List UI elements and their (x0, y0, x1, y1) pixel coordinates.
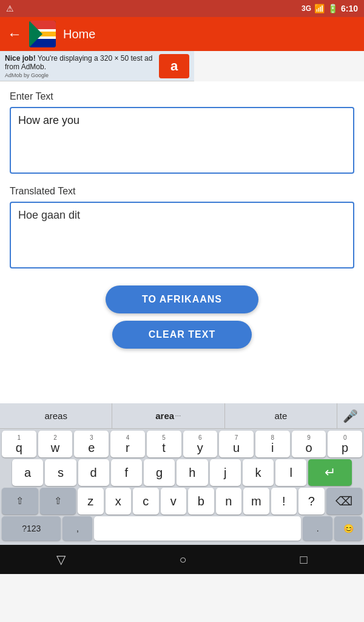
key-exclaim[interactable]: ! (271, 488, 297, 514)
key-row-1: 1 q 2 w 3 e 4 r 5 t 6 y 7 u 8 i (0, 429, 364, 457)
num-sym-key[interactable]: ?123 (2, 516, 61, 541)
keyboard-bottom-row: ?123 , . 😊 (0, 514, 364, 542)
alert-icon: ⚠ (6, 4, 14, 13)
signal-text: 3G (302, 4, 311, 13)
key-y[interactable]: 6 y (183, 431, 218, 457)
keyboard: areas area ··· ate 🎤 1 q 2 w 3 e 4 r 5 t (0, 403, 364, 545)
key-c[interactable]: c (133, 488, 159, 514)
clear-text-button[interactable]: CLEAR TEXT (112, 321, 252, 349)
enter-key[interactable]: ↵ (308, 459, 352, 486)
app-bar: ← Home (0, 17, 364, 51)
status-bar-left: ⚠ (6, 4, 298, 13)
key-i[interactable]: 8 i (255, 431, 290, 457)
suggestion-ate[interactable]: ate (225, 403, 337, 428)
app-title: Home (63, 27, 95, 41)
time-display: 6:10 (341, 4, 358, 13)
comma-label: , (76, 524, 79, 533)
key-o[interactable]: 9 o (292, 431, 326, 457)
shift-key-right[interactable]: ⇧ (40, 488, 76, 514)
enter-text-input[interactable]: How <span class="underline-text">are</sp… (10, 107, 354, 174)
key-j[interactable]: j (210, 459, 241, 486)
system-nav-bar: ▽ ○ □ (0, 545, 364, 574)
ad-banner: Nice job! You're displaying a 320 × 50 t… (0, 51, 194, 81)
shift-key[interactable]: ⇧ (2, 488, 38, 514)
key-x[interactable]: x (106, 488, 132, 514)
key-p[interactable]: 0 p (328, 431, 362, 457)
key-question[interactable]: ? (298, 488, 325, 514)
back-button[interactable]: ← (7, 26, 22, 43)
buttons-row: TO AFRIKAANS CLEAR TEXT (10, 285, 354, 349)
backspace-key[interactable]: ⌫ (326, 488, 363, 514)
num-sym-label: ?123 (22, 524, 41, 533)
period-key[interactable]: . (303, 516, 332, 541)
key-m[interactable]: m (243, 488, 269, 514)
translated-text-label: Translated Text (10, 186, 354, 197)
key-e[interactable]: 3 e (74, 431, 109, 457)
key-a[interactable]: a (12, 459, 43, 486)
key-w[interactable]: 2 w (38, 431, 73, 457)
period-label: . (317, 524, 319, 533)
status-icons: 3G 📶 🔋 6:10 (302, 4, 358, 13)
key-d[interactable]: d (78, 459, 109, 486)
key-n[interactable]: n (216, 488, 242, 514)
battery-icon: 🔋 (328, 4, 338, 13)
key-row-2: a s d f g h j k l ↵ (0, 457, 364, 486)
nav-recent-icon[interactable]: □ (300, 553, 307, 567)
suggestion-area[interactable]: area ··· (112, 403, 224, 428)
key-row-3: ⇧ ⇧ z x c v b n m ! ? ⌫ (0, 486, 364, 514)
key-v[interactable]: v (161, 488, 187, 514)
spacebar-key[interactable] (94, 516, 301, 541)
ad-by-text: AdMob by Google (5, 72, 154, 78)
ad-text-area: Nice job! You're displaying a 320 × 50 t… (5, 54, 154, 78)
nav-back-icon[interactable]: ▽ (56, 552, 66, 567)
admob-logo: a (159, 54, 189, 78)
key-s[interactable]: s (45, 459, 76, 486)
enter-text-label: Enter Text (10, 91, 354, 102)
app-flag-icon (29, 21, 56, 47)
key-f[interactable]: f (111, 459, 142, 486)
status-bar: ⚠ 3G 📶 🔋 6:10 (0, 0, 364, 17)
mic-button[interactable]: 🎤 (337, 403, 364, 428)
suggestion-areas[interactable]: areas (0, 403, 112, 428)
sa-flag (29, 21, 56, 47)
ad-bold-text: Nice job! (5, 54, 36, 63)
key-l[interactable]: l (275, 459, 306, 486)
key-g[interactable]: g (144, 459, 175, 486)
main-content: Enter Text How <span class="underline-te… (0, 81, 364, 403)
key-q[interactable]: 1 q (2, 431, 36, 457)
key-h[interactable]: h (177, 459, 207, 486)
key-u[interactable]: 7 u (219, 431, 254, 457)
to-afrikaans-button[interactable]: TO AFRIKAANS (106, 285, 258, 313)
translated-text-output[interactable]: Hoe <span class="underline-text">gaan</s… (10, 202, 354, 268)
nav-home-icon[interactable]: ○ (179, 553, 186, 567)
comma-key[interactable]: , (62, 516, 92, 541)
key-t[interactable]: 5 t (147, 431, 181, 457)
key-k[interactable]: k (243, 459, 274, 486)
emoji-key[interactable]: 😊 (334, 516, 362, 541)
emoji-icon: 😊 (343, 524, 354, 533)
ad-main-text: Nice job! You're displaying a 320 × 50 t… (5, 54, 154, 71)
key-b[interactable]: b (188, 488, 214, 514)
signal-bars-icon: 📶 (314, 4, 325, 13)
suggestions-row: areas area ··· ate 🎤 (0, 403, 364, 429)
key-z[interactable]: z (78, 488, 104, 514)
key-r[interactable]: 4 r (110, 431, 145, 457)
